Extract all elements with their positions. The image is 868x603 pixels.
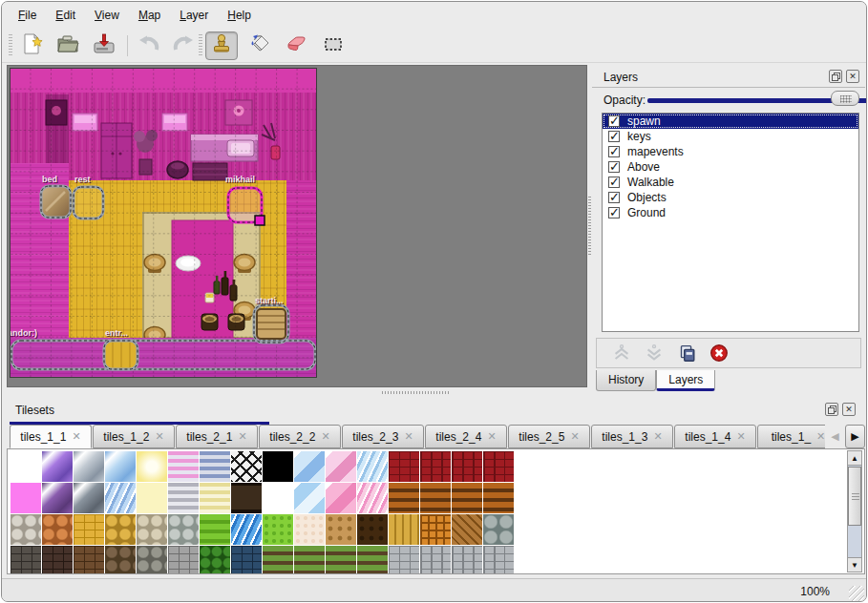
tileset-tile-brick-grey-light[interactable] [483, 546, 514, 574]
tileset-tile-brick-grey[interactable] [168, 546, 199, 574]
menu-file[interactable]: File [10, 6, 45, 25]
tileset-tile-cobble-grey[interactable] [11, 514, 41, 545]
tileset-tile-brick-red[interactable] [420, 451, 451, 482]
horizontal-splitter[interactable] [7, 389, 865, 395]
tileset-tile-cobble-orange[interactable] [42, 514, 73, 545]
menu-map[interactable]: Map [130, 6, 169, 25]
tileset-tile-stripes-pink[interactable] [168, 451, 199, 482]
tileset-tile-brick-red[interactable] [452, 451, 482, 482]
checkbox-checked-icon[interactable] [608, 146, 620, 157]
tab-scroll-right-button[interactable]: ▶ [845, 425, 865, 448]
tileset-tile-black[interactable] [263, 451, 293, 482]
delete-layer-button[interactable] [708, 342, 730, 364]
close-tab-icon[interactable]: ✕ [736, 430, 745, 443]
map-object-spawn-area[interactable] [11, 341, 315, 369]
tileset-tile-glass-blue[interactable] [294, 451, 325, 482]
tileset-tab[interactable]: tiles_1_1 ✕ [10, 425, 92, 448]
menu-view[interactable]: View [86, 6, 128, 25]
tileset-tile-floor-dots[interactable] [326, 514, 356, 545]
save-map-button[interactable] [89, 31, 119, 60]
tileset-tile-glass-pink-bright[interactable] [326, 483, 356, 513]
undo-button[interactable] [134, 31, 164, 60]
scrollbar-thumb[interactable] [848, 467, 861, 526]
map-view[interactable]: bed rest mikhail starti... entr... andor… [7, 65, 587, 387]
layer-row-objects[interactable]: Objects [603, 190, 858, 205]
tileset-tab[interactable]: tiles_2_2 ✕ [259, 425, 341, 448]
eraser-button[interactable] [282, 31, 312, 60]
tileset-tile-tile-gold[interactable] [74, 514, 104, 545]
duplicate-layer-button[interactable] [675, 342, 698, 364]
tileset-tile-sand-pink[interactable] [294, 514, 325, 545]
raise-layer-button[interactable] [610, 342, 633, 364]
tileset-tile-empty[interactable] [263, 483, 293, 513]
close-tab-icon[interactable]: ✕ [570, 430, 579, 443]
checkbox-checked-icon[interactable] [608, 161, 620, 173]
checkbox-checked-icon[interactable] [608, 192, 620, 203]
close-tab-icon[interactable]: ✕ [321, 430, 329, 443]
tileset-tile-pink[interactable] [11, 483, 41, 513]
tileset-tile-brick-red[interactable] [389, 451, 419, 482]
bucket-fill-button[interactable] [245, 31, 276, 60]
close-tab-icon[interactable]: ✕ [404, 430, 413, 443]
tileset-tile-hedge[interactable] [200, 546, 230, 574]
layer-row-walkable[interactable]: Walkable [603, 175, 858, 190]
tileset-tile-garden-rows[interactable] [357, 546, 388, 574]
checkbox-checked-icon[interactable] [608, 207, 620, 218]
tileset-tab[interactable]: tiles_1_ ✕ [757, 425, 825, 448]
menu-layer[interactable]: Layer [171, 6, 217, 25]
close-tab-icon[interactable]: ✕ [487, 430, 496, 443]
scroll-down-icon[interactable]: ▼ [848, 557, 861, 572]
close-panel-button[interactable]: ✕ [842, 403, 856, 416]
tileset-tile-garden-rows[interactable] [294, 546, 325, 574]
tileset-tab[interactable]: tiles_1_2 ✕ [93, 425, 175, 448]
tileset-tile-wood-orange[interactable] [389, 483, 419, 513]
tileset-tile-brick-grey-light[interactable] [452, 546, 482, 574]
tileset-tile-empty[interactable] [11, 451, 41, 482]
tileset-tile-wood-orange[interactable] [483, 483, 514, 513]
tileset-tile-crystal-purple[interactable] [42, 451, 73, 482]
open-map-button[interactable] [53, 31, 83, 60]
object-resize-handle[interactable] [255, 216, 265, 225]
menu-help[interactable]: Help [219, 6, 260, 25]
tileset-tile-planks-gold[interactable] [389, 514, 419, 545]
stamp-brush-button[interactable] [205, 31, 238, 60]
tileset-tile-herringbone[interactable] [452, 514, 482, 545]
opacity-slider-handle[interactable] [831, 91, 859, 106]
tileset-tile-floor-dark[interactable] [357, 514, 388, 545]
scroll-up-icon[interactable]: ▲ [848, 451, 861, 466]
tileset-tile-waves-blue[interactable] [357, 451, 388, 482]
tileset-tile-wood-orange[interactable] [420, 483, 451, 513]
tileset-tile-crystal-violet-dark[interactable] [42, 483, 73, 513]
map-object-entr[interactable] [104, 341, 138, 369]
tileset-tab[interactable]: tiles_2_5 ✕ [508, 425, 590, 448]
tileset-tab[interactable]: tiles_2_3 ✕ [342, 425, 424, 448]
tileset-tile-weave-orange[interactable] [420, 514, 451, 545]
redo-button[interactable] [168, 31, 199, 60]
tileset-tile-grass[interactable] [263, 514, 293, 545]
tileset-scrollbar[interactable]: ▲ ▼ [847, 450, 862, 572]
layer-row-keys[interactable]: keys [603, 129, 858, 144]
tileset-tile-garden-rows[interactable] [326, 546, 356, 574]
close-panel-button[interactable]: ✕ [846, 70, 859, 83]
menu-edit[interactable]: Edit [47, 6, 84, 25]
checkbox-checked-icon[interactable] [608, 115, 620, 127]
map-object-rest[interactable] [74, 187, 103, 218]
tileset-tile-brick-grey-light[interactable] [420, 546, 451, 574]
tileset-tab[interactable]: tiles_2_4 ✕ [425, 425, 507, 448]
tileset-tile-water-sparkle[interactable] [231, 514, 262, 545]
tileset-tile-brick-brown[interactable] [74, 546, 104, 574]
tileset-tile-cobble-gold[interactable] [105, 514, 136, 545]
tileset-tile-grass-stripes[interactable] [200, 514, 230, 545]
tileset-tile-wall-brown-dark[interactable] [42, 546, 73, 574]
tileset-tab[interactable]: tiles_1_4 ✕ [674, 425, 756, 448]
checkbox-checked-icon[interactable] [608, 177, 620, 188]
tileset-tile-stripes-slate[interactable] [200, 451, 230, 482]
tileset-tile-cobble-slate[interactable] [168, 514, 199, 545]
checkbox-checked-icon[interactable] [608, 131, 620, 142]
tileset-tab[interactable]: tiles_1_3 ✕ [591, 425, 673, 448]
tileset-tile-glow-yellow[interactable] [137, 451, 167, 482]
tileset-tile-wood-orange[interactable] [452, 483, 482, 513]
tileset-tile-waves-pink[interactable] [357, 483, 388, 513]
tileset-tile-glass-pink[interactable] [326, 451, 356, 482]
tab-history[interactable]: History [596, 370, 656, 391]
